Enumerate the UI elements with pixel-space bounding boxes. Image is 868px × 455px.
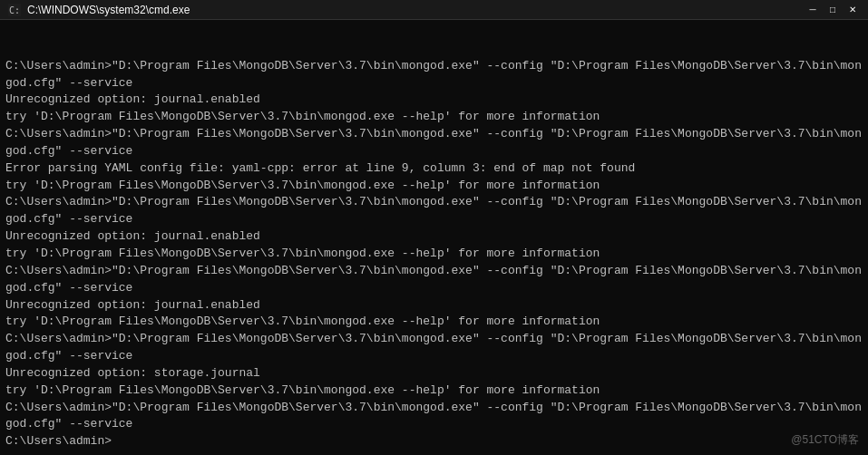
terminal-line: C:\Users\admin>"D:\Program Files\MongoDB… bbox=[5, 194, 863, 228]
terminal-line: Unrecognized option: journal.enabled bbox=[5, 297, 863, 315]
terminal-line: Error parsing YAML config file: yaml-cpp… bbox=[5, 160, 863, 178]
window-controls: ─ □ ✕ bbox=[805, 3, 861, 17]
terminal-line: C:\Users\admin>"D:\Program Files\MongoDB… bbox=[5, 331, 863, 365]
terminal-line: try 'D:\Program Files\MongoDB\Server\3.7… bbox=[5, 178, 863, 195]
svg-text:C:: C: bbox=[9, 5, 20, 15]
terminal-line: try 'D:\Program Files\MongoDB\Server\3.7… bbox=[5, 109, 863, 126]
window-container: C: C:\WINDOWS\system32\cmd.exe ─ □ ✕ C:\… bbox=[0, 0, 868, 455]
terminal-line: try 'D:\Program Files\MongoDB\Server\3.7… bbox=[5, 246, 863, 263]
cmd-icon: C: bbox=[7, 3, 22, 17]
window-title: C:\WINDOWS\system32\cmd.exe bbox=[27, 4, 190, 16]
terminal-line: C:\Users\admin>"D:\Program Files\MongoDB… bbox=[5, 58, 863, 92]
terminal-line: Unrecognized option: journal.enabled bbox=[5, 228, 863, 246]
minimize-button[interactable]: ─ bbox=[805, 3, 821, 17]
terminal-line: Unrecognized option: storage.journal bbox=[5, 365, 863, 382]
terminal-line: C:\Users\admin>"D:\Program Files\MongoDB… bbox=[5, 400, 863, 434]
maximize-button[interactable]: □ bbox=[824, 3, 841, 17]
title-bar: C: C:\WINDOWS\system32\cmd.exe ─ □ ✕ bbox=[0, 0, 868, 20]
close-button[interactable]: ✕ bbox=[844, 3, 861, 17]
terminal-body: C:\Users\admin>"D:\Program Files\MongoDB… bbox=[0, 20, 868, 455]
terminal-line: C:\Users\admin>"D:\Program Files\MongoDB… bbox=[5, 126, 863, 160]
title-bar-left: C: C:\WINDOWS\system32\cmd.exe bbox=[7, 3, 190, 17]
terminal-line: C:\Users\admin>"D:\Program Files\MongoDB… bbox=[5, 263, 863, 297]
terminal-line: C:\Users\admin> bbox=[5, 433, 863, 450]
terminal-line: try 'D:\Program Files\MongoDB\Server\3.7… bbox=[5, 382, 863, 400]
terminal-line: Unrecognized option: journal.enabled bbox=[5, 92, 863, 109]
watermark: @51CTO博客 bbox=[791, 432, 859, 448]
terminal-line: try 'D:\Program Files\MongoDB\Server\3.7… bbox=[5, 314, 863, 331]
